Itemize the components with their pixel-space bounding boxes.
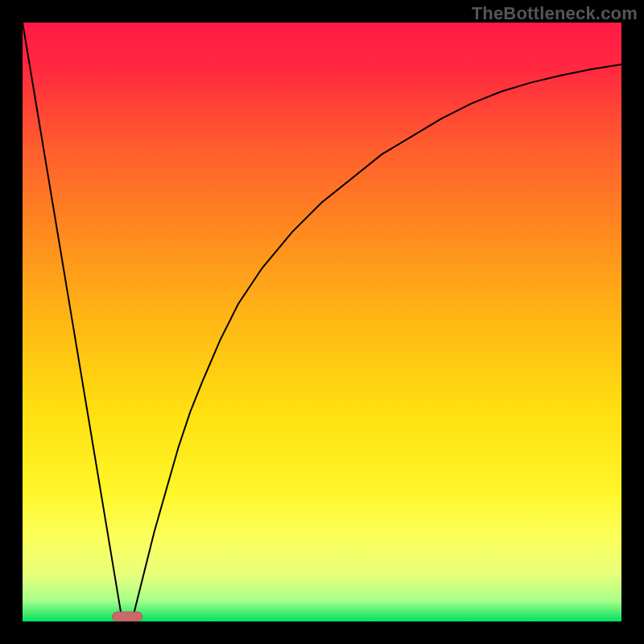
gradient-background bbox=[23, 23, 621, 621]
watermark-text: TheBottleneck.com bbox=[472, 3, 638, 24]
chart-canvas bbox=[23, 23, 621, 621]
optimum-marker bbox=[113, 612, 142, 621]
plot-area bbox=[23, 23, 621, 621]
chart-frame: TheBottleneck.com bbox=[0, 0, 644, 644]
